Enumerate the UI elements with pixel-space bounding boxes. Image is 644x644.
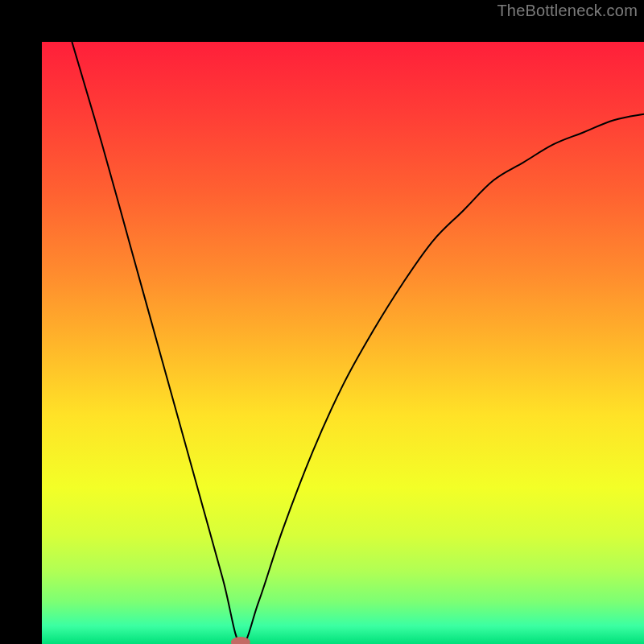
bottleneck-chart [42,42,644,644]
plot-area [42,42,644,644]
gradient-background [42,42,644,644]
chart-frame [0,0,644,644]
attribution-text: TheBottleneck.com [497,2,638,20]
